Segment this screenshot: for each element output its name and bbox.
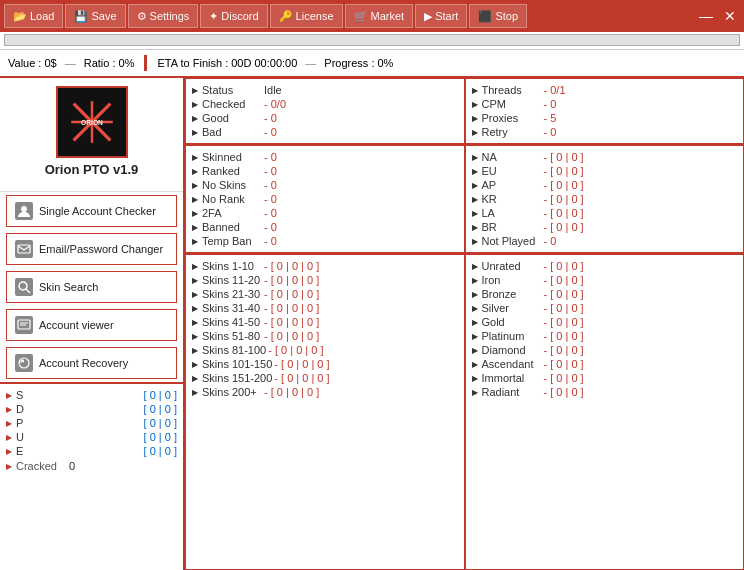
status-panel: ▶Status Idle ▶Checked - 0/0 ▶Good - 0 ▶B… (185, 78, 465, 144)
no-skins-row: ▶No Skins - 0 (192, 178, 458, 192)
tri-cracked: ▶ (6, 462, 12, 471)
skins-200-plus-row: ▶Skins 200+ - [ 0 | 0 | 0 ] (192, 385, 458, 399)
temp-ban-row: ▶Temp Ban - 0 (192, 234, 458, 248)
stat-p-label: P (16, 417, 30, 429)
progress-bar-container (0, 32, 744, 50)
account-viewer-button[interactable]: Account viewer (6, 309, 177, 341)
save-button[interactable]: 💾 Save (65, 4, 125, 28)
settings-button[interactable]: ⚙ Settings (128, 4, 199, 28)
stat-d-val: [ 0 | 0 ] (144, 403, 177, 415)
license-button[interactable]: 🔑 License (270, 4, 343, 28)
sep1: — (65, 57, 76, 69)
market-button[interactable]: 🛒 Market (345, 4, 414, 28)
discord-icon: ✦ (209, 10, 218, 23)
panel-area: ▶Status Idle ▶Checked - 0/0 ▶Good - 0 ▶B… (185, 78, 744, 570)
load-button[interactable]: 📂 Load (4, 4, 63, 28)
tri-u: ▶ (6, 433, 12, 442)
cracked-row: ▶ Cracked 0 (6, 458, 177, 474)
stat-d-label: D (16, 403, 30, 415)
email-icon (15, 240, 33, 258)
market-icon: 🛒 (354, 10, 368, 23)
radiant-row: ▶Radiant - [ 0 | 0 ] (472, 385, 738, 399)
discord-button[interactable]: ✦ Discord (200, 4, 267, 28)
skins-11-20-row: ▶Skins 11-20 - [ 0 | 0 | 0 ] (192, 273, 458, 287)
skins-1-10-row: ▶Skins 1-10 - [ 0 | 0 | 0 ] (192, 259, 458, 273)
stat-s-row: ▶ S [ 0 | 0 ] (6, 388, 177, 402)
account-recovery-button[interactable]: Account Recovery (6, 347, 177, 379)
skin-search-icon (15, 278, 33, 296)
stop-icon: ⬛ (478, 10, 492, 23)
sep2: — (305, 57, 316, 69)
stats-row: Value : 0$ — Ratio : 0% ETA to Finish : … (0, 50, 744, 78)
gold-row: ▶Gold - [ 0 | 0 ] (472, 315, 738, 329)
single-account-checker-button[interactable]: Single Account Checker (6, 195, 177, 227)
tri-e: ▶ (6, 447, 12, 456)
progress-stat: Progress : 0% (324, 57, 393, 69)
cracked-label: Cracked (16, 460, 57, 472)
ratio-stat: Ratio : 0% (84, 57, 135, 69)
skins-21-30-row: ▶Skins 21-30 - [ 0 | 0 | 0 ] (192, 287, 458, 301)
threads-panel: ▶Threads - 0/1 ▶CPM - 0 ▶Proxies - 5 ▶Re… (465, 78, 745, 144)
no-rank-row: ▶No Rank - 0 (192, 192, 458, 206)
start-button[interactable]: ▶ Start (415, 4, 467, 28)
cracked-val: 0 (69, 460, 75, 472)
account-viewer-icon (15, 316, 33, 334)
stat-e-val: [ 0 | 0 ] (144, 445, 177, 457)
2fa-row: ▶2FA - 0 (192, 206, 458, 220)
cpm-row: ▶CPM - 0 (472, 97, 738, 111)
diamond-row: ▶Diamond - [ 0 | 0 ] (472, 343, 738, 357)
eta-stat: ETA to Finish : 00D 00:00:00 (157, 57, 297, 69)
eu-row: ▶EU - [ 0 | 0 ] (472, 164, 738, 178)
stat-s-label: S (16, 389, 30, 401)
logo-area: ORION Orion PTO v1.9 (0, 78, 183, 192)
silver-row: ▶Silver - [ 0 | 0 ] (472, 301, 738, 315)
svg-text:ORION: ORION (81, 119, 103, 126)
tri-d: ▶ (6, 405, 12, 414)
stop-button[interactable]: ⬛ Stop (469, 4, 527, 28)
la-row: ▶LA - [ 0 | 0 ] (472, 206, 738, 220)
kr-row: ▶KR - [ 0 | 0 ] (472, 192, 738, 206)
status-row: ▶Status Idle (192, 83, 458, 97)
platinum-row: ▶Platinum - [ 0 | 0 ] (472, 329, 738, 343)
tri-s: ▶ (6, 391, 12, 400)
threads-row: ▶Threads - 0/1 (472, 83, 738, 97)
iron-row: ▶Iron - [ 0 | 0 ] (472, 273, 738, 287)
stat-u-row: ▶ U [ 0 | 0 ] (6, 430, 177, 444)
not-played-row: ▶Not Played - 0 (472, 234, 738, 248)
ranks-panel: ▶Unrated - [ 0 | 0 ] ▶Iron - [ 0 | 0 ] ▶… (465, 254, 745, 570)
skins-51-80-row: ▶Skins 51-80 - [ 0 | 0 | 0 ] (192, 329, 458, 343)
account-recovery-icon (15, 354, 33, 372)
skins-151-200-row: ▶Skins 151-200 - [ 0 | 0 | 0 ] (192, 371, 458, 385)
na-row: ▶NA - [ 0 | 0 ] (472, 150, 738, 164)
stat-u-val: [ 0 | 0 ] (144, 431, 177, 443)
bronze-row: ▶Bronze - [ 0 | 0 ] (472, 287, 738, 301)
save-icon: 💾 (74, 10, 88, 23)
stat-p-row: ▶ P [ 0 | 0 ] (6, 416, 177, 430)
title-bar: 📂 Load 💾 Save ⚙ Settings ✦ Discord 🔑 Lic… (0, 0, 744, 32)
svg-point-10 (19, 282, 27, 290)
stat-s-val: [ 0 | 0 ] (144, 389, 177, 401)
ranked-row: ▶Ranked - 0 (192, 164, 458, 178)
br-row: ▶BR - [ 0 | 0 ] (472, 220, 738, 234)
unrated-row: ▶Unrated - [ 0 | 0 ] (472, 259, 738, 273)
tri-p: ▶ (6, 419, 12, 428)
stat-e-row: ▶ E [ 0 | 0 ] (6, 444, 177, 458)
window-controls: — ✕ (696, 8, 740, 24)
progress-track (4, 34, 740, 46)
proxies-row: ▶Proxies - 5 (472, 111, 738, 125)
close-button[interactable]: ✕ (720, 8, 740, 24)
minimize-button[interactable]: — (696, 8, 716, 24)
skins-panel: ▶Skinned - 0 ▶Ranked - 0 ▶No Skins - 0 ▶… (185, 145, 465, 253)
ap-row: ▶AP - [ 0 | 0 ] (472, 178, 738, 192)
skinned-row: ▶Skinned - 0 (192, 150, 458, 164)
skins-101-150-row: ▶Skins 101-150 - [ 0 | 0 | 0 ] (192, 357, 458, 371)
skins-31-40-row: ▶Skins 31-40 - [ 0 | 0 | 0 ] (192, 301, 458, 315)
skin-search-button[interactable]: Skin Search (6, 271, 177, 303)
banned-row: ▶Banned - 0 (192, 220, 458, 234)
skins-81-100-row: ▶Skins 81-100 - [ 0 | 0 | 0 ] (192, 343, 458, 357)
svg-line-11 (26, 289, 30, 293)
stat-e-label: E (16, 445, 30, 457)
single-account-icon (15, 202, 33, 220)
immortal-row: ▶Immortal - [ 0 | 0 ] (472, 371, 738, 385)
email-password-changer-button[interactable]: Email/Password Changer (6, 233, 177, 265)
